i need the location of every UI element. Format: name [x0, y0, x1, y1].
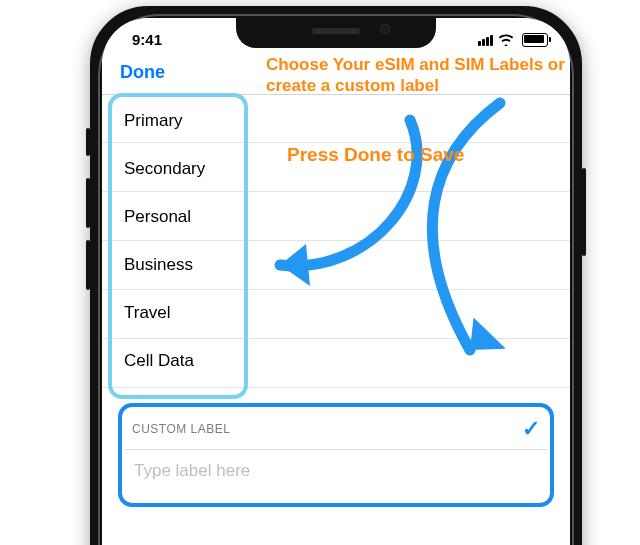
label-option-secondary[interactable]: Secondary: [114, 145, 244, 193]
screen: 9:41 Done Primary: [102, 18, 570, 545]
mute-switch: [86, 128, 90, 156]
annotation-instructions: Choose Your eSIM and SIM Labels or creat…: [266, 54, 590, 96]
status-right: [478, 33, 548, 47]
speaker: [312, 28, 360, 34]
checkmark-icon: ✓: [522, 418, 540, 440]
custom-label-input[interactable]: [132, 460, 544, 482]
label-option-personal[interactable]: Personal: [114, 193, 244, 241]
side-button: [582, 168, 586, 256]
done-button[interactable]: Done: [120, 62, 165, 83]
label-option-business[interactable]: Business: [114, 241, 244, 289]
label-option-travel[interactable]: Travel: [114, 289, 244, 337]
divider: [124, 449, 548, 450]
label-option-cell-data[interactable]: Cell Data: [114, 337, 244, 385]
wifi-icon: [498, 34, 514, 46]
annotation-press-done: Press Done to Save: [287, 144, 464, 166]
battery-icon: [522, 33, 548, 47]
cellular-signal-icon: [478, 35, 493, 46]
custom-label-header: CUSTOM LABEL: [132, 422, 230, 436]
volume-up-button: [86, 178, 90, 228]
volume-down-button: [86, 240, 90, 290]
custom-label-section: CUSTOM LABEL ✓: [118, 403, 554, 507]
front-camera: [380, 24, 390, 34]
status-time: 9:41: [132, 31, 162, 48]
label-option-primary[interactable]: Primary: [114, 97, 244, 145]
notch: [236, 16, 436, 48]
